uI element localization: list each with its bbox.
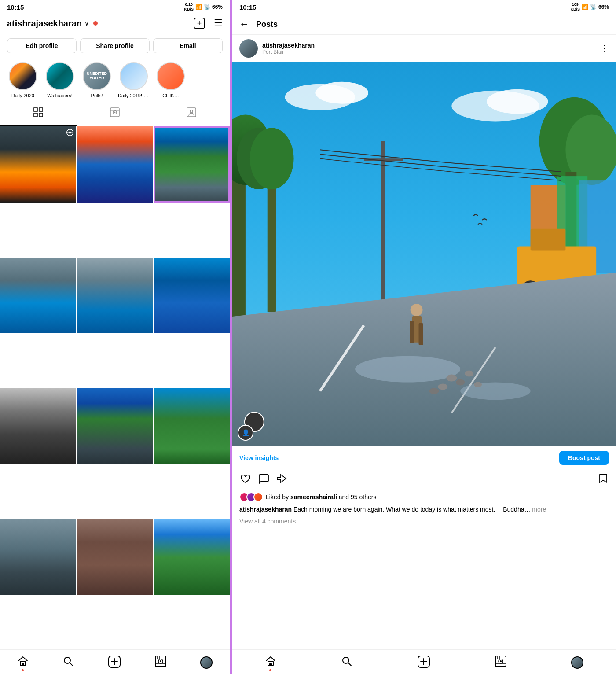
left-speed: 0.10KB/S [184,2,194,12]
right-reels-icon [495,656,506,670]
right-battery: 66% [598,4,609,10]
search-icon [62,656,74,670]
right-nav-add[interactable] [417,655,430,670]
grid-cell-11[interactable] [77,519,153,596]
story-circle-wallpapers [46,62,74,90]
edit-profile-button[interactable]: Edit profile [7,38,77,53]
left-nav-home[interactable] [17,656,29,670]
right-nav-profile[interactable] [571,656,583,669]
right-nav-home[interactable] [265,656,276,670]
story-circle-daily2019 [120,62,148,90]
left-nav-add[interactable] [108,655,121,670]
grid-cell-12[interactable] [154,519,230,596]
bookmark-button[interactable] [598,473,609,487]
story-circle-chik [157,62,185,90]
grid-cell-3[interactable] [154,126,230,203]
grid-cell-1[interactable] [0,126,76,203]
svg-point-61 [465,371,473,377]
post-likes: Liked by sameerashairali and 95 others [232,490,616,504]
right-home-dot [269,669,271,671]
grid-cell-4[interactable] [0,258,76,334]
left-nav-reels[interactable] [155,656,166,670]
chevron-down-icon[interactable]: ∨ [84,20,89,27]
right-speed: 109KB/S [570,2,580,12]
right-profile-avatar-nav [571,656,583,669]
story-item-daily2020[interactable]: Daily 2020 [7,62,39,98]
right-home-icon [265,656,276,670]
right-nav-reels[interactable] [495,656,506,670]
add-icon [108,655,121,670]
profile-buttons: Edit profile Share profile Email [0,33,230,59]
add-content-button[interactable]: + [194,18,205,29]
left-nav-profile[interactable] [200,656,213,669]
story-circle-polls: UNEDITED EDITED [83,62,111,90]
comment-button[interactable] [258,473,269,487]
likes-prefix: Liked by [266,494,289,501]
svg-rect-66 [269,663,272,666]
grid-cell-7[interactable] [0,388,76,464]
view-insights-button[interactable]: View insights [239,454,279,461]
likes-row: Liked by sameerashairali and 95 others [239,492,609,502]
share-profile-button[interactable]: Share profile [80,38,150,53]
post-image: 👤 [232,62,616,446]
svg-point-6 [114,112,116,113]
post-more-button[interactable]: ⋮ [600,43,609,54]
story-item-daily2019[interactable]: Daily 2019! [S2] [118,62,150,98]
left-status-icons: 0.10KB/S 📶 📡 66% [184,2,223,12]
post-avatar-overlay: 👤 [238,425,253,441]
right-signal-icon: 📡 [590,4,597,10]
svg-line-68 [348,663,351,666]
share-button[interactable] [276,473,288,487]
left-time: 10:15 [7,4,24,11]
tab-grid[interactable] [0,102,77,126]
story-item-wallpapers[interactable]: Wallpapers! [44,62,76,98]
back-button[interactable]: ← [239,18,249,30]
right-bottom-nav [232,649,616,674]
left-nav-search[interactable] [62,656,74,670]
svg-point-37 [250,128,294,189]
story-label-daily2020: Daily 2020 [11,93,34,98]
view-insights-row: View insights Boost post [232,446,616,469]
left-battery: 66% [212,4,223,10]
right-add-icon [417,655,430,670]
svg-point-74 [500,660,502,662]
live-indicator [93,21,98,26]
svg-rect-15 [22,663,24,666]
posts-title: Posts [256,20,278,29]
caption-username[interactable]: atishrajasekharan [239,506,292,513]
post-header: atishrajasekharan Port Blair ⋮ [232,35,616,62]
grid-cell-6[interactable] [154,258,230,334]
svg-line-17 [70,663,73,666]
view-comments-button[interactable]: View all 4 comments [232,516,616,528]
grid-cell-2[interactable] [77,126,153,203]
post-username[interactable]: atishrajasekharan [262,42,596,49]
caption-text: Each morning we are born again. What we … [293,506,531,513]
stories-row: Daily 2020 Wallpapers! UNEDITED EDITED P… [0,59,230,102]
username-row[interactable]: atishrajasekharan ∨ [7,18,98,29]
tab-reels[interactable] [77,102,153,126]
right-panel: 10:15 109KB/S 📶 📡 66% ← Posts atishrajas… [231,0,616,674]
right-nav-search[interactable] [341,656,352,670]
tagged-icon [187,107,196,120]
grid-cell-10[interactable] [0,519,76,596]
grid-cell-8[interactable] [77,388,153,464]
like-button[interactable] [239,473,251,487]
svg-point-62 [429,388,439,394]
story-item-chik[interactable]: CHIK… [155,62,187,98]
right-top-nav: ← Posts [232,14,616,35]
svg-point-32 [487,89,548,114]
grid-cell-5[interactable] [77,258,153,334]
caption-more[interactable]: more [532,506,546,513]
likes-bold-name[interactable]: sameerashairali [290,494,337,501]
left-top-nav: atishrajasekharan ∨ + ☰ [0,14,230,33]
tab-tagged[interactable] [153,102,230,126]
boost-post-button[interactable]: Boost post [559,451,609,465]
reels-nav-icon [155,656,166,670]
like-avatar-3 [253,492,263,502]
svg-point-63 [474,382,482,387]
email-button[interactable]: Email [153,38,223,53]
menu-icon[interactable]: ☰ [214,18,223,29]
photo-grid [0,126,230,649]
story-item-polls[interactable]: UNEDITED EDITED Polls! [81,62,113,98]
grid-cell-9[interactable] [154,388,230,464]
